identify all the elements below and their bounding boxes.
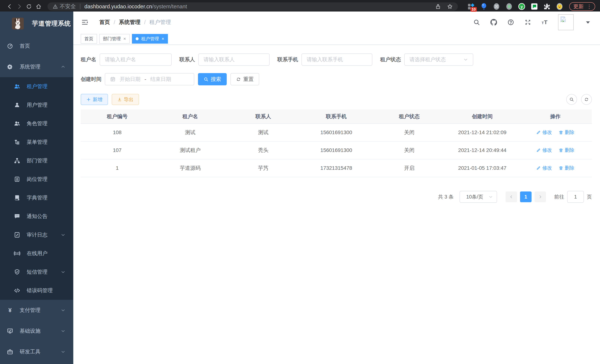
- tab-tenant[interactable]: 租户管理 ×: [132, 34, 168, 44]
- reset-button[interactable]: 重置: [230, 73, 259, 85]
- extension-record-icon[interactable]: [505, 2, 513, 10]
- url-path: /system/tenant: [152, 3, 187, 10]
- user-avatar[interactable]: [558, 14, 574, 30]
- tenant-name-input[interactable]: 请输入租户名: [100, 53, 172, 66]
- sidebar-item-dev-tool[interactable]: 研发工具: [0, 341, 73, 362]
- edit-link[interactable]: 修改: [536, 147, 552, 153]
- cell-actions: 修改 删除: [519, 123, 592, 141]
- tab-dept[interactable]: 部门管理 ×: [99, 34, 130, 44]
- delete-link[interactable]: 删除: [559, 147, 574, 153]
- browser-update-button[interactable]: 更新 ⋮: [569, 2, 595, 11]
- arrow-left-icon: [509, 195, 514, 199]
- table-column-header: 联系人: [227, 110, 300, 123]
- contact-input[interactable]: 请输入联系人: [198, 53, 270, 66]
- sidebar-item-post[interactable]: 岗位管理: [0, 170, 73, 188]
- delete-link[interactable]: 删除: [559, 129, 574, 136]
- sidebar-item-home[interactable]: 首页: [0, 36, 73, 56]
- home-icon[interactable]: [34, 2, 43, 11]
- page-number-button[interactable]: 1: [520, 191, 532, 202]
- close-tab-icon[interactable]: ×: [123, 36, 126, 41]
- chevron-down-icon: [61, 349, 66, 354]
- extension-balloon-icon[interactable]: [480, 2, 488, 10]
- security-label: 不安全: [60, 3, 76, 10]
- breadcrumb-item[interactable]: 首页: [99, 19, 110, 26]
- edit-link[interactable]: 修改: [536, 165, 552, 171]
- sidebar-item-audit-log[interactable]: 审计日志: [0, 226, 73, 244]
- sidebar-item-label: 基础设施: [20, 327, 40, 335]
- star-icon[interactable]: [447, 4, 453, 9]
- caret-down-icon[interactable]: [584, 18, 592, 26]
- extension-command-icon[interactable]: ⌘: [492, 2, 501, 10]
- cell-created: 2021-12-14 20:49:44: [446, 141, 519, 159]
- sidebar-item-dept[interactable]: 部门管理: [0, 151, 73, 170]
- extension-blue-diamond-icon[interactable]: 10: [467, 2, 475, 10]
- search-icon[interactable]: [473, 18, 480, 26]
- next-page-button[interactable]: [534, 191, 546, 202]
- sidebar-item-dict[interactable]: 字典管理: [0, 188, 73, 207]
- extension-y-icon[interactable]: y: [518, 2, 526, 10]
- help-icon[interactable]: [507, 18, 515, 26]
- sidebar-item-notice[interactable]: 通知公告: [0, 207, 73, 226]
- edit-icon: [536, 166, 541, 170]
- fullscreen-icon[interactable]: [524, 18, 532, 26]
- sidebar-item-tenant[interactable]: 租户管理: [0, 77, 73, 96]
- sidebar-item-system[interactable]: 系统管理: [0, 56, 73, 77]
- refresh-table-button[interactable]: [581, 94, 592, 105]
- goto-page-input[interactable]: [567, 191, 584, 203]
- reload-icon[interactable]: [24, 2, 34, 11]
- back-icon[interactable]: [5, 2, 14, 11]
- delete-icon: [559, 166, 563, 170]
- dashboard-icon: [7, 43, 13, 49]
- chevron-down-icon: [488, 195, 493, 199]
- status-label: 租户状态: [380, 56, 401, 63]
- extension-chat-icon[interactable]: [530, 2, 538, 10]
- forward-icon[interactable]: [14, 2, 24, 11]
- sidebar-item-infra[interactable]: 基础设施: [0, 321, 73, 341]
- roles-icon: [14, 121, 20, 127]
- breadcrumb-item[interactable]: 系统管理: [119, 19, 141, 26]
- cell-created: 2021-01-05 17:03:47: [446, 159, 519, 177]
- status-select[interactable]: 请选择租户状态: [404, 53, 473, 66]
- browser-menu-icon[interactable]: ⋮: [587, 3, 592, 10]
- tab-home[interactable]: 首页: [81, 34, 97, 44]
- font-size-icon[interactable]: TT: [541, 18, 549, 26]
- site-security-indicator[interactable]: 不安全: [53, 3, 76, 10]
- cell-mobile: 15601691300: [300, 123, 373, 141]
- sidebar-item-role[interactable]: 角色管理: [0, 114, 73, 133]
- sidebar-item-user[interactable]: 用户管理: [0, 96, 73, 114]
- share-icon[interactable]: [435, 4, 441, 9]
- profile-avatar-icon[interactable]: [555, 2, 564, 10]
- active-tab-dot: [136, 37, 139, 40]
- user-icon: [14, 102, 20, 108]
- sidebar-item-error-code[interactable]: 错误码管理: [0, 281, 73, 300]
- url-bar[interactable]: 不安全 dashboard.yudao.iocoder.cn /system/t…: [47, 2, 458, 10]
- sidebar-item-label: 在线用户: [27, 250, 47, 257]
- cell-contact: 测试: [227, 123, 300, 141]
- sidebar-item-sms[interactable]: 短信管理: [0, 263, 73, 281]
- sidebar-item-online-user[interactable]: 在线用户: [0, 244, 73, 263]
- date-start-placeholder: 开始日期: [120, 76, 141, 83]
- export-button[interactable]: 导出: [112, 94, 139, 105]
- hamburger-icon[interactable]: [81, 18, 89, 26]
- add-button[interactable]: 新增: [81, 94, 108, 105]
- sidebar-logo[interactable]: 芋道管理系统: [0, 11, 73, 36]
- delete-link[interactable]: 删除: [559, 165, 574, 171]
- prev-page-button[interactable]: [506, 191, 517, 202]
- extensions-puzzle-icon[interactable]: [543, 2, 551, 10]
- download-icon: [117, 97, 122, 102]
- mobile-input[interactable]: 请输入联系手机: [301, 53, 372, 66]
- page-size-select[interactable]: 10条/页: [459, 191, 497, 203]
- svg-text:T: T: [542, 21, 544, 25]
- search-button[interactable]: 搜索: [198, 73, 227, 85]
- sidebar-item-pay[interactable]: ¥ 支付管理: [0, 300, 73, 321]
- table-column-header: 创建时间: [446, 110, 519, 123]
- create-time-range-input[interactable]: 开始日期 - 结束日期: [105, 73, 194, 85]
- cell-status: 关闭: [373, 123, 446, 141]
- edit-link[interactable]: 修改: [536, 129, 552, 136]
- close-tab-icon[interactable]: ×: [162, 36, 164, 41]
- sidebar-item-label: 首页: [20, 42, 30, 49]
- toggle-search-button[interactable]: [566, 94, 577, 105]
- sidebar-item-menu[interactable]: 菜单管理: [0, 133, 73, 151]
- delete-icon: [559, 148, 563, 152]
- github-icon[interactable]: [490, 18, 497, 26]
